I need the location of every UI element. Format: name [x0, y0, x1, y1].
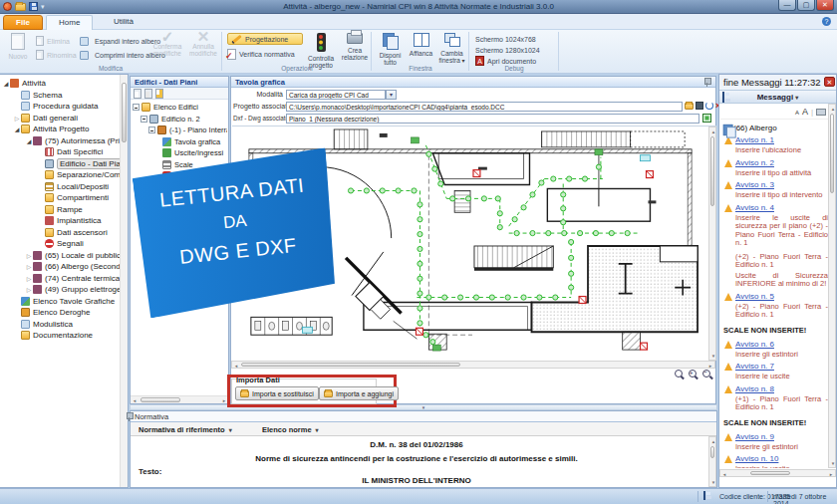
espandi-albero-button[interactable]: Espandi intero albero	[80, 35, 160, 47]
schema-icon	[21, 91, 30, 100]
tree-item-dati-ascensori[interactable]: Dati ascensori	[1, 227, 128, 239]
tree-item-attivita[interactable]: ◢Attività	[1, 78, 128, 90]
tree-item-documentazione[interactable]: Documentazione	[1, 330, 128, 342]
zoom-in-icon[interactable]: +	[689, 370, 698, 379]
messages-hscrollbar[interactable]: ◂ ▸	[719, 469, 836, 477]
tree-item-elenco-deroghe[interactable]: Elenco Deroghe	[1, 307, 128, 319]
delete-item-icon[interactable]	[144, 89, 152, 99]
zoom-out-icon[interactable]: −	[702, 370, 712, 379]
collapse-box-icon[interactable]	[133, 104, 140, 111]
progettazione-button[interactable]: Progettazione	[227, 33, 303, 45]
elenco-norme-button[interactable]: Elenco norme▾	[258, 424, 323, 435]
import-icon[interactable]	[696, 102, 703, 110]
canvas-vscrollbar[interactable]: ▴ ▾	[708, 126, 716, 361]
tab-utilita[interactable]: Utilità	[102, 15, 145, 30]
folder-icon	[324, 390, 333, 397]
messaggi-dropdown[interactable]: Messaggi ▾	[719, 93, 836, 102]
normativa-document[interactable]: D.M. n. 38 del 01/02/1986 Norme di sicur…	[131, 436, 716, 487]
normativa-riferimento-button[interactable]: Normativa di riferimento▾	[135, 424, 236, 435]
warning-icon	[724, 385, 732, 393]
messages-panel-header: fine Messaggi 11:27:32	[719, 75, 836, 91]
tree-item-elenco-tavole[interactable]: Elenco Tavole Grafiche	[1, 296, 128, 308]
collapse-box-icon[interactable]	[140, 116, 147, 123]
elimina-button[interactable]: Elimina	[36, 35, 70, 47]
verifica-normativa-button[interactable]: Verifica normativa	[227, 48, 295, 60]
modalita-dropdown-icon[interactable]: ▾	[386, 90, 397, 100]
maximize-button[interactable]: ▢	[797, 0, 815, 11]
minimize-button[interactable]: —	[778, 0, 796, 11]
dxf-grid-icon[interactable]	[702, 114, 711, 123]
message-item: Avviso n. 10 Inserire le uscite	[724, 454, 828, 468]
tree-item-dati-specifici[interactable]: Dati Specifici	[1, 146, 128, 158]
new-item-icon[interactable]	[134, 89, 141, 99]
collapse-box-icon[interactable]	[148, 126, 155, 133]
avviso-link[interactable]: Avviso n. 2	[735, 158, 828, 167]
avviso-link[interactable]: Avviso n. 3	[735, 180, 828, 189]
zoom-extents-icon[interactable]	[675, 370, 685, 379]
tree-item-centrale-termica[interactable]: ▷(74) Centrale termica (Secondaria)	[1, 273, 128, 285]
chevron-down-icon: ▾	[316, 426, 319, 433]
modalita-select[interactable]: Carica da progetto CPI Cad	[286, 90, 386, 100]
browse-folder-icon[interactable]	[685, 103, 694, 110]
importa-sostituisci-button[interactable]: Importa e sostituisci	[235, 386, 319, 400]
messages-vscrollbar[interactable]: ▴ ▾	[828, 104, 836, 468]
nav-tree-scrollbar[interactable]	[120, 75, 128, 487]
tree-item-rampe[interactable]: Rampe	[1, 204, 128, 216]
tree-item-schema[interactable]: Schema	[1, 90, 128, 102]
tree-item-segnali[interactable]: Segnali	[1, 238, 128, 250]
folder-icon	[240, 390, 249, 397]
wizard-icon	[21, 102, 30, 111]
group-separator	[371, 32, 372, 71]
tree-item-elenco-edifici[interactable]: Elenco Edifici	[132, 102, 227, 114]
tree-item-separazione[interactable]: Separazione/Comunicazione	[1, 169, 128, 181]
messages-close-icon[interactable]: ✕	[824, 77, 835, 87]
progetto-associato-field[interactable]: C:\Users\p.monaco\Desktop\ImportazioneCP…	[286, 102, 683, 112]
message-group-header[interactable]: (66) Albergo	[722, 124, 828, 132]
tree-item-gruppo-elettrogeno[interactable]: ▷(49) Gruppo elettrogeno (Secondaria)	[1, 284, 128, 296]
tree-item-compartimenti[interactable]: Compartimenti	[1, 192, 128, 204]
print-icon[interactable]	[816, 109, 826, 116]
tree-item-dati-generali[interactable]: ▷Dati generali	[1, 113, 128, 125]
tree-item-locale-pubblico[interactable]: ▷(65) Locale di pubblico spettacolo (Sec…	[1, 250, 128, 262]
tree-item-impiantistica[interactable]: Impiantistica	[1, 215, 128, 227]
importa-aggiungi-button[interactable]: Importa e aggiungi	[319, 386, 399, 400]
normativa-vscrollbar[interactable]: ▴ ▾	[708, 436, 716, 487]
avviso-link[interactable]: Avviso n. 1	[735, 135, 828, 144]
tree-item-edificio-2[interactable]: Edificio n. 2	[132, 114, 227, 126]
font-smaller-icon[interactable]: A	[795, 110, 799, 116]
avviso-link[interactable]: Avviso n. 5	[735, 292, 828, 301]
window-title: Attività - albergo_new - Namirial CPI wi…	[0, 2, 837, 11]
edifici-hscrollbar[interactable]: ◂ ▸	[131, 395, 228, 403]
rinomina-button[interactable]: Rinomina	[36, 49, 77, 61]
tree-item-procedura-guidata[interactable]: Procedura guidata	[1, 101, 128, 113]
avviso-link[interactable]: Avviso n. 8	[735, 384, 828, 393]
tree-item-albergo[interactable]: ▷(66) Albergo (Secondaria)	[1, 261, 128, 273]
avviso-link[interactable]: Avviso n. 9	[735, 432, 828, 441]
font-larger-icon[interactable]: A	[802, 107, 808, 117]
avviso-link[interactable]: Avviso n. 10	[735, 454, 828, 463]
tab-home[interactable]: Home	[46, 15, 93, 30]
warning-icon	[724, 341, 732, 349]
tree-item-uscite-ingressi[interactable]: Uscite/Ingressi	[132, 147, 227, 159]
avviso-link[interactable]: Avviso n. 7	[735, 362, 828, 371]
edit-item-icon[interactable]	[155, 89, 163, 99]
tree-item-piano-interrato[interactable]: (-1) - Piano Interrato	[132, 125, 227, 136]
tree-item-modulistica[interactable]: Modulistica	[1, 319, 128, 331]
status-save-icon[interactable]	[703, 491, 705, 500]
scale-warning: SCALE NON INSERITE!	[723, 418, 828, 427]
dxf-dwg-field[interactable]: Piano_1 (Nessuna descrizione)	[286, 114, 699, 124]
tree-item-autorimessa[interactable]: ◢(75) Autorimessa (Principale)	[1, 135, 128, 147]
help-icon[interactable]: ?	[822, 17, 831, 26]
tree-item-locali-depositi[interactable]: Locali/Depositi	[1, 181, 128, 193]
file-menu-button[interactable]: File	[3, 15, 43, 30]
canvas-hscrollbar[interactable]: ◂ ▸	[231, 361, 715, 369]
messages-list[interactable]: A A | (66) Albergo Avviso n. 1 Inserire …	[720, 104, 830, 468]
rooms-icon	[45, 182, 54, 191]
tree-item-attivita-progetto[interactable]: ◢Attività Progetto	[1, 124, 128, 135]
close-button[interactable]: ✕	[816, 0, 834, 11]
refresh-icon[interactable]	[705, 102, 713, 110]
tree-item-edificio-dati-piani[interactable]: Edificio - Dati Piani	[1, 158, 128, 170]
tree-item-tavola-grafica[interactable]: Tavola grafica	[132, 136, 227, 148]
avviso-link[interactable]: Avviso n. 4	[735, 203, 828, 212]
avviso-link[interactable]: Avviso n. 6	[735, 340, 828, 349]
